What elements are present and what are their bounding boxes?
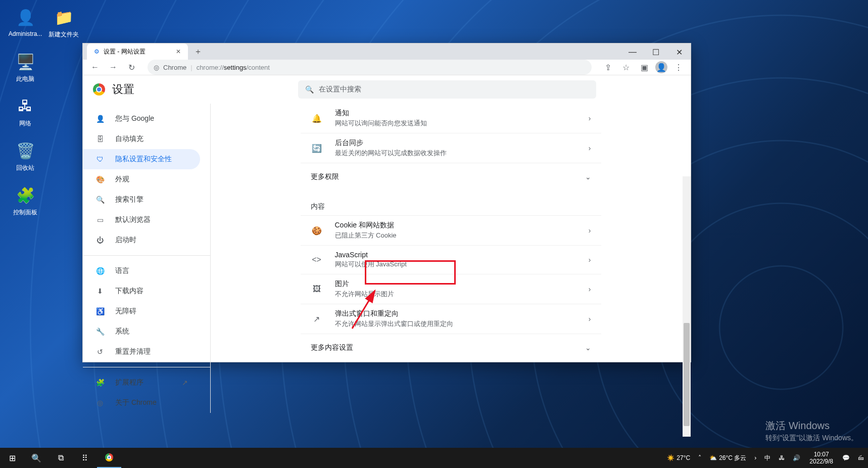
url-prefix: Chrome (163, 64, 186, 71)
chevron-right-icon: › (589, 315, 591, 323)
volume-icon[interactable]: 🔊 (789, 448, 804, 468)
more-content-row[interactable]: 更多内容设置 ⌄ (301, 334, 601, 361)
search-button[interactable]: 🔍 (24, 448, 49, 468)
sidebar-item[interactable]: ▭默认浏览器 (83, 210, 200, 230)
sidebar-icon: ◎ (95, 399, 105, 407)
settings-row[interactable]: 🔄后台同步最近关闭的网站可以完成数据收发操作› (301, 133, 601, 163)
sidebar-icon: 🔍 (95, 196, 105, 204)
close-tab-icon[interactable]: ✕ (176, 48, 181, 55)
desktop-icon-recyclebin[interactable]: 🗑️ 回收站 (6, 139, 44, 172)
menu-icon[interactable]: ⋮ (671, 60, 686, 74)
desktop-icon-newfolder[interactable]: 📁 新建文件夹 (44, 6, 83, 39)
desktop-icon-thispc[interactable]: 🖥️ 此电脑 (6, 51, 44, 83)
user-folder-icon: 👤 (14, 6, 36, 28)
settings-row[interactable]: ↗弹出式窗口和重定向不允许网站显示弹出式窗口或使用重定向› (301, 304, 601, 334)
browser-tab[interactable]: ⚙ 设置 - 网站设置 ✕ (87, 43, 188, 60)
sidebar-item[interactable]: 👤您与 Google (83, 109, 200, 129)
sidebar-item[interactable]: ⬇下载内容 (83, 281, 200, 301)
taskbar-chrome[interactable] (97, 448, 121, 468)
sidebar-label: 扩展程序 (115, 378, 143, 387)
weather-status-text: 26°C 多云 (719, 454, 746, 462)
tray-chevron[interactable]: ˄ (694, 448, 705, 468)
sidepanel-icon[interactable]: ▣ (637, 60, 651, 74)
sidebar-icon: 🧩 (95, 379, 105, 387)
new-tab-button[interactable]: ＋ (191, 44, 205, 59)
sidebar-label: 语言 (115, 266, 129, 275)
row-icon: 🖼 (311, 285, 323, 294)
weather-widget[interactable]: ☀️ 27°C (663, 448, 694, 468)
row-subtitle: 不允许网站显示图片 (335, 290, 589, 299)
external-icon: ↗ (182, 379, 188, 387)
chevron-right-icon: › (589, 285, 591, 293)
share-icon[interactable]: ⇪ (601, 60, 615, 74)
search-icon: 🔍 (305, 85, 314, 93)
task-view-button[interactable]: ⧉ (49, 448, 73, 468)
chevron-down-icon: ⌄ (585, 173, 591, 181)
more-permissions-row[interactable]: 更多权限 ⌄ (301, 163, 601, 190)
cloud-icon: ⛅ (709, 454, 717, 461)
sidebar-label: 隐私设置和安全性 (115, 155, 172, 164)
taskbar: ⊞ 🔍 ⧉ ⠿ ☀️ 27°C ˄ ⛅ 26°C 多云 › 中 🖧 🔊 10:0… (0, 448, 868, 468)
desktop-icon-label: 回收站 (6, 164, 44, 172)
input-switch-icon[interactable]: 🖮 (854, 448, 868, 468)
tab-strip: ⚙ 设置 - 网站设置 ✕ ＋ — ☐ ✕ (83, 43, 691, 60)
notifications-icon[interactable]: 💬 (838, 448, 854, 468)
scrollbar-thumb[interactable] (684, 323, 690, 426)
settings-row[interactable]: 🔔通知网站可以询问能否向您发送通知› (301, 104, 601, 133)
sidebar-item[interactable]: 🧩扩展程序↗ (83, 372, 200, 393)
scrollbar-track[interactable] (683, 176, 691, 437)
settings-row[interactable]: <>JavaScript网站可以使用 JavaScript› (301, 245, 601, 274)
sidebar-label: 启动时 (115, 236, 136, 245)
row-title: 通知 (335, 109, 589, 118)
sidebar-item[interactable]: 🛡隐私设置和安全性 (83, 149, 200, 169)
network-icon[interactable]: 🖧 (775, 448, 789, 468)
desktop-icon-admin[interactable]: 👤 Administra... (6, 6, 44, 37)
sidebar-item[interactable]: ♿无障碍 (83, 301, 200, 321)
chrome-icon: ◎ (154, 64, 159, 71)
profile-icon[interactable]: 👤 (655, 61, 667, 73)
close-window-button[interactable]: ✕ (667, 44, 691, 60)
sidebar-label: 搜索引擎 (115, 195, 143, 204)
sidebar-item[interactable]: ◎关于 Chrome (83, 393, 200, 413)
settings-search[interactable]: 🔍 在设置中搜索 (298, 80, 596, 99)
desktop-icon-controlpanel[interactable]: 🧩 控制面板 (6, 184, 44, 217)
sidebar-item[interactable]: ⏻启动时 (83, 230, 200, 250)
settings-row[interactable]: 🖼图片不允许网站显示图片› (301, 274, 601, 304)
tray-chevron-right[interactable]: › (750, 448, 760, 468)
sidebar-item[interactable]: 🔧系统 (83, 321, 200, 342)
sidebar-icon: 🔧 (95, 327, 105, 336)
row-icon: 🔔 (311, 114, 323, 123)
maximize-button[interactable]: ☐ (644, 44, 667, 60)
sidebar-item[interactable]: 🔍搜索引擎 (83, 190, 200, 210)
address-bar[interactable]: ◎ Chrome | chrome://settings/content (148, 60, 592, 75)
ime-indicator[interactable]: 中 (760, 448, 775, 468)
row-icon: 🔄 (311, 144, 323, 153)
sidebar-item[interactable]: ↺重置并清理 (83, 342, 200, 362)
bookmark-icon[interactable]: ☆ (619, 60, 633, 74)
back-button[interactable]: ← (88, 60, 102, 74)
settings-sidebar: 👤您与 Google🗄自动填充🛡隐私设置和安全性🎨外观🔍搜索引擎▭默认浏览器⏻启… (83, 104, 211, 413)
apps-button[interactable]: ⠿ (73, 448, 97, 468)
desktop-icon-network[interactable]: 🖧 网络 (6, 95, 44, 128)
sidebar-item[interactable]: 🗄自动填充 (83, 129, 200, 149)
sidebar-item[interactable]: 🌐语言 (83, 261, 200, 281)
sidebar-label: 自动填充 (115, 134, 143, 144)
minimize-button[interactable]: — (621, 44, 644, 60)
sidebar-item[interactable]: 🎨外观 (83, 169, 200, 190)
sidebar-icon: ▭ (95, 216, 105, 224)
sidebar-icon: ⏻ (95, 236, 105, 244)
desktop-icon-label: 此电脑 (6, 75, 44, 83)
chevron-right-icon: › (589, 114, 591, 122)
forward-button[interactable]: → (106, 60, 120, 74)
desktop-icon-label: 控制面板 (6, 208, 44, 217)
reload-button[interactable]: ↻ (124, 60, 138, 74)
desktop-icon-label: 网络 (6, 119, 44, 128)
sidebar-label: 关于 Chrome (115, 398, 157, 407)
settings-row[interactable]: 🍪Cookie 和网站数据已阻止第三方 Cookie› (301, 215, 601, 245)
control-panel-icon: 🧩 (14, 184, 36, 206)
weather-status[interactable]: ⛅ 26°C 多云 (705, 448, 750, 468)
clock[interactable]: 10:07 2022/9/8 (804, 451, 838, 465)
folder-icon: 📁 (53, 6, 75, 28)
settings-main[interactable]: 🔔通知网站可以询问能否向您发送通知›🔄后台同步最近关闭的网站可以完成数据收发操作… (211, 104, 691, 413)
start-button[interactable]: ⊞ (0, 448, 24, 468)
